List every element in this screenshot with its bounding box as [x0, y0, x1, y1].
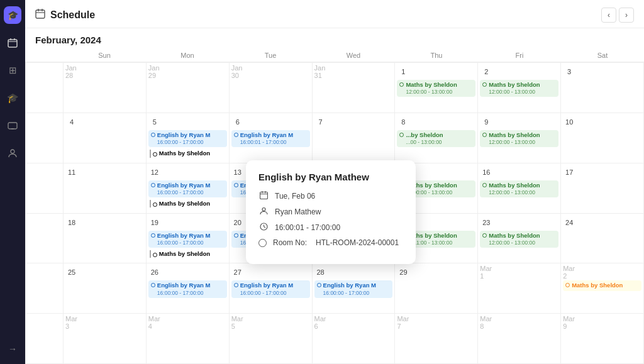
day-jan29[interactable]: Jan 29 — [147, 63, 230, 113]
next-button[interactable]: › — [619, 8, 634, 23]
event-maths-feb5[interactable]: Maths by Sheldon — [148, 148, 227, 158]
sidebar-icon-person[interactable] — [4, 145, 21, 162]
event-dot — [151, 283, 155, 287]
event-maths-feb16[interactable]: Maths by Sheldon12:00:00 - 13:00:00 — [480, 180, 558, 197]
header-empty — [25, 49, 63, 62]
day-feb25[interactable]: 25 — [64, 263, 147, 314]
event-maths-mar2[interactable]: Maths by Sheldon — [563, 280, 641, 290]
day-feb12[interactable]: 12 English by Ryan M16:00:00 - 17:00:00 … — [147, 163, 230, 214]
event-english-feb5[interactable]: English by Ryan M16:00:00 - 17:00:00 — [148, 130, 227, 147]
header-nav: ‹ › — [601, 8, 634, 23]
day-mar8[interactable]: Mar 8 — [478, 314, 561, 364]
room-icon-popup — [258, 239, 267, 247]
header-sun: Sun — [63, 49, 146, 62]
day-mar4[interactable]: Mar 4 — [147, 314, 230, 364]
event-dot — [153, 253, 157, 257]
day-mar6[interactable]: Mar 6 — [313, 314, 396, 364]
calendar-container: February, 2024 Sun Mon Tue Wed Thu Fri S… — [25, 28, 644, 364]
day-feb16[interactable]: 16 Maths by Sheldon12:00:00 - 13:00:00 — [478, 163, 561, 214]
event-english-feb6[interactable]: English by Ryan M16:00:01 - 17:00:00 — [231, 130, 310, 147]
day-feb18[interactable]: 18 — [64, 214, 147, 264]
day-mar2[interactable]: Mar 2 Maths by Sheldon — [561, 263, 644, 314]
row-label-6 — [26, 314, 64, 364]
day-feb4[interactable]: 4 — [64, 113, 147, 163]
row-label-2 — [26, 113, 64, 163]
day-feb2[interactable]: 2 Maths by Sheldon12:00:00 - 13:00:00 — [478, 63, 561, 113]
day-feb17[interactable]: 17 — [561, 163, 644, 214]
day-feb10[interactable]: 10 — [561, 113, 644, 163]
event-dot — [234, 133, 238, 137]
day-jan30[interactable]: Jan 30 — [230, 63, 313, 113]
day-feb19[interactable]: 19 English by Ryan M16:00:00 - 17:00:00 … — [147, 214, 230, 264]
day-feb28[interactable]: 28 English by Ryan M16:00:00 - 17:00:00 — [313, 263, 396, 314]
event-maths-feb1[interactable]: Maths by Sheldon12:00:00 - 13:00:00 — [397, 80, 475, 97]
day-feb26[interactable]: 26 English by Ryan M16:00:00 - 17:00:00 — [147, 263, 230, 314]
main-content: Schedule ‹ › February, 2024 Sun Mon Tue … — [25, 0, 644, 364]
popup-room-value: HTL-ROOM-2024-00001 — [316, 238, 399, 247]
popup-title: English by Ryan Mathew — [258, 172, 403, 182]
event-dot — [234, 283, 238, 287]
popup-date-row: Tue, Feb 06 — [258, 191, 403, 201]
event-english-feb28[interactable]: English by Ryan M16:00:00 - 17:00:00 — [314, 280, 393, 297]
header-thu: Thu — [395, 49, 478, 62]
row-label-1 — [26, 63, 64, 113]
event-dot — [151, 133, 155, 137]
event-maths-feb2[interactable]: Maths by Sheldon12:00:00 - 13:00:00 — [480, 80, 558, 97]
event-dot — [482, 233, 487, 238]
header-title: Schedule — [50, 9, 95, 21]
event-dot — [153, 152, 157, 157]
person-icon-popup — [258, 207, 269, 217]
sidebar-icon-tv[interactable] — [4, 117, 21, 135]
day-feb9[interactable]: 9 Maths by Sheldon12:00:00 - 13:00:00 — [478, 113, 561, 163]
day-headers: Sun Mon Tue Wed Thu Fri Sat — [25, 49, 644, 62]
day-feb6[interactable]: 6 English by Ryan M16:00:01 - 17:00:00 — [230, 113, 313, 163]
event-english-feb26[interactable]: English by Ryan M16:00:00 - 17:00:00 — [148, 280, 227, 297]
day-feb11[interactable]: 11 — [64, 163, 147, 214]
event-english-feb19[interactable]: English by Ryan M16:00:00 - 17:00:00 — [148, 231, 227, 248]
day-mar3[interactable]: Mar 3 — [64, 314, 147, 364]
event-dot — [399, 133, 404, 137]
sidebar-icon-calendar[interactable] — [4, 34, 21, 52]
prev-button[interactable]: ‹ — [601, 8, 616, 23]
event-english-feb12[interactable]: English by Ryan M16:00:00 - 17:00:00 — [148, 180, 227, 197]
day-feb8[interactable]: 8 ...by Sheldon...00 - 13:00:00 — [395, 113, 478, 163]
day-feb3[interactable]: 3 — [561, 63, 644, 113]
event-dot — [482, 183, 487, 187]
row-label-3 — [26, 163, 64, 214]
event-dot — [317, 283, 321, 287]
day-mar1[interactable]: Mar 1 — [478, 263, 561, 314]
day-feb1[interactable]: 1 Maths by Sheldon12:00:00 - 13:00:00 — [395, 63, 478, 113]
event-maths-feb12[interactable]: Maths by Sheldon — [148, 199, 227, 209]
event-dot — [482, 133, 487, 137]
day-mar7[interactable]: Mar 7 — [395, 314, 478, 364]
day-feb27[interactable]: 27 English by Ryan M16:00:00 - 17:00:00 — [230, 263, 313, 314]
day-jan28[interactable]: Jan 28 — [64, 63, 147, 113]
day-feb23[interactable]: 23 Maths by Sheldon12:00:00 - 13:00:00 — [478, 214, 561, 264]
event-maths-feb19[interactable]: Maths by Sheldon — [148, 249, 227, 259]
day-feb24[interactable]: 24 — [561, 214, 644, 264]
popup-room-label: Room No: — [273, 238, 307, 247]
popup-person-row: Ryan Mathew — [258, 207, 403, 217]
calendar-icon-popup — [258, 191, 269, 201]
event-dot — [151, 183, 155, 187]
event-english-feb27[interactable]: English by Ryan M16:00:00 - 17:00:00 — [231, 280, 310, 297]
sidebar-icon-home[interactable]: ⊞ — [4, 62, 21, 79]
svg-rect-11 — [260, 192, 267, 199]
event-dot — [234, 183, 238, 187]
day-mar5[interactable]: Mar 5 — [230, 314, 313, 364]
event-maths-feb23[interactable]: Maths by Sheldon12:00:00 - 13:00:00 — [480, 231, 558, 248]
popup-time: 16:00:01 - 17:00:00 — [275, 223, 340, 232]
day-mar9[interactable]: Mar 9 — [561, 314, 644, 364]
day-feb7[interactable]: 7 — [313, 113, 396, 163]
event-maths-feb8[interactable]: ...by Sheldon...00 - 13:00:00 — [397, 130, 475, 147]
sidebar-icon-expand[interactable]: → — [4, 340, 21, 358]
sidebar: 🎓 ⊞ 🎓 → — [0, 0, 25, 364]
day-feb29[interactable]: 29 — [395, 263, 478, 314]
header-tue: Tue — [229, 49, 312, 62]
day-feb5[interactable]: 5 English by Ryan M16:00:00 - 17:00:00 M… — [147, 113, 230, 163]
clock-icon-popup — [258, 223, 269, 233]
event-maths-feb9[interactable]: Maths by Sheldon12:00:00 - 13:00:00 — [480, 130, 558, 147]
sidebar-icon-graduation[interactable]: 🎓 — [4, 89, 21, 107]
day-jan31[interactable]: Jan 31 — [313, 63, 396, 113]
svg-point-15 — [262, 208, 265, 211]
